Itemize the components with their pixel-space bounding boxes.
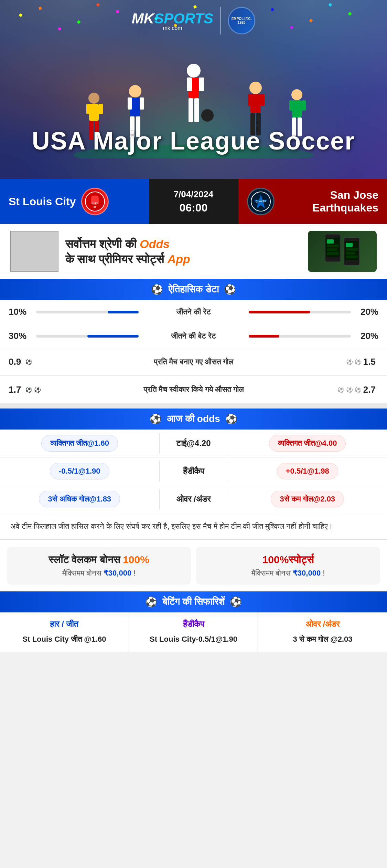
away-team-name: San Jose Earthquakes (280, 189, 379, 214)
svg-rect-40 (327, 239, 334, 244)
ball-icon-6: ⚽ (337, 386, 344, 393)
home-bet-win-fill (87, 335, 139, 338)
betting-col-handicap: हैंडीकैप St Louis City-0.5/1@1.90 (129, 612, 258, 652)
home-bet-win-rate: 30% (9, 331, 36, 341)
odds-under: 3से कम गोल@2.03 (228, 485, 387, 513)
away-goals-scored: ⚽ ⚽ 1.5 (323, 356, 378, 367)
betting-recommendations: हार / जीत St Louis City जीत @1.60 हैंडीक… (0, 612, 387, 652)
promo-app: App (168, 252, 190, 266)
slot-bonus-subtitle: मैक्सिमम बोनस ₹30,000 ! (14, 569, 184, 578)
svg-text:CITY: CITY (92, 202, 98, 205)
betting-value-handicap: St Louis City-0.5/1@1.90 (135, 634, 252, 645)
hero-title: USA Major League Soccer (0, 127, 387, 155)
away-bet-win-rate: 20% (351, 331, 378, 341)
ball-icon-4: ⚽ (25, 386, 32, 393)
analysis-section: अवे टीम फिलहाल जीत हासिल करने के लिए संघ… (0, 513, 387, 539)
odds-section: व्यक्तिगत जीत@1.60 टाई@4.20 व्यक्तिगत जी… (0, 430, 387, 513)
away-team-logo: QUAKES (247, 188, 275, 215)
slot-bonus-title: स्लॉट वेलकम बोनस 100% (14, 554, 184, 566)
odds-home-win: व्यक्तिगत जीत@1.60 (0, 430, 159, 457)
betting-col-over-under: ओवर /अंडर 3 से कम गोल @2.03 (258, 612, 387, 652)
ball-icon-5: ⚽ (34, 386, 41, 393)
svg-text:SC: SC (93, 206, 96, 208)
ball-icon-3: ⚽ (355, 359, 362, 365)
sports-bonus-card[interactable]: 100%स्पोर्ट्स मैक्सिमम बोनस ₹30,000 ! (196, 547, 380, 585)
svg-rect-49 (346, 256, 358, 258)
historical-ball-left: ⚽ (151, 284, 163, 295)
spacer-1 (0, 403, 387, 409)
betting-col-win-lose: हार / जीत St Louis City जीत @1.60 (0, 612, 129, 652)
sports-bonus-subtitle: मैक्सिमम बोनस ₹30,000 ! (203, 569, 373, 578)
stats-table: 10% जीतने की रेट 20% 30% जीतने की बेट रे… (0, 300, 387, 403)
slot-bonus-card[interactable]: स्लॉट वेलकम बोनस 100% मैक्सिमम बोनस ₹30,… (7, 547, 191, 585)
odds-row-3: 3से अधिक गोल@1.83 ओवर /अंडर 3से कम गोल@2… (0, 485, 387, 513)
home-bet-win-bar (36, 335, 139, 338)
svg-rect-42 (327, 248, 337, 251)
promo-image-placeholder (10, 231, 58, 272)
historical-ball-right: ⚽ (224, 284, 236, 295)
away-handicap-odds[interactable]: +0.5/1@1.98 (277, 463, 338, 479)
betting-title: बेटिंग की सिफारिशें (162, 596, 225, 608)
sports-bonus-title: 100%स्पोर्ट्स (203, 554, 373, 566)
odds-section-header: ⚽ आज की odds ⚽ (0, 409, 387, 430)
svg-rect-47 (346, 248, 358, 251)
svg-rect-46 (346, 243, 353, 247)
home-team-logo: CITY SC (81, 188, 109, 215)
home-goals-conceded-val: 1.7 (9, 384, 21, 395)
odds-home-handicap: -0.5/1@1.90 (0, 457, 159, 485)
betting-grid: हार / जीत St Louis City जीत @1.60 हैंडीक… (0, 612, 387, 652)
match-header: St Louis City CITY SC 7/04/2024 06:00 QU… (0, 179, 387, 224)
odds-over-under-label: ओवर /अंडर (159, 489, 228, 509)
bet-win-rate-row: 30% जीतने की बेट रेट 20% (0, 324, 387, 348)
away-team-section: QUAKES San Jose Earthquakes (238, 179, 387, 224)
betting-type-win-lose: हार / जीत (5, 619, 123, 629)
betting-section-header: ⚽ बेटिंग की सिफारिशें ⚽ (0, 591, 387, 612)
ball-icon-1: ⚽ (25, 359, 32, 365)
home-team-name: St Louis City (9, 195, 76, 208)
home-team-section: St Louis City CITY SC (0, 179, 149, 224)
home-handicap-odds[interactable]: -0.5/1@1.90 (50, 463, 109, 479)
promo-text: सर्वोत्तम श्रेणी की Odds के साथ प्रीमियर… (65, 236, 301, 267)
over-odds[interactable]: 3से अधिक गोल@1.83 (39, 491, 120, 507)
historical-title: ऐतिहासिक डेटा (168, 284, 219, 295)
svg-rect-41 (327, 245, 339, 247)
away-win-rate: 20% (351, 307, 378, 317)
home-win-rate-bar (36, 311, 139, 313)
match-time: 06:00 (180, 202, 208, 214)
away-win-rate-bar (249, 311, 351, 313)
betting-type-over-under: ओवर /अंडर (264, 619, 382, 629)
under-odds[interactable]: 3से कम गोल@2.03 (271, 491, 344, 507)
win-rate-label: जीतने की रेट (142, 308, 245, 317)
odds-ball-left: ⚽ (150, 413, 162, 425)
ball-icon-7: ⚽ (346, 386, 353, 393)
svg-rect-43 (327, 252, 339, 255)
away-bet-win-fill (249, 335, 279, 338)
win-rate-row: 10% जीतने की रेट 20% (0, 300, 387, 324)
away-goals-scored-val: 1.5 (363, 356, 376, 367)
home-win-odds[interactable]: व्यक्तिगत जीत@1.60 (41, 435, 118, 452)
odds-over: 3से अधिक गोल@1.83 (0, 485, 159, 513)
win-rate-bar-area: जीतने की रेट (36, 308, 351, 317)
away-win-odds[interactable]: व्यक्तिगत जीत@4.00 (269, 435, 346, 452)
home-win-rate: 10% (9, 307, 36, 317)
sports-bonus-pct: 100% (262, 554, 289, 565)
odds-row-1: व्यक्तिगत जीत@1.60 टाई@4.20 व्यक्तिगत जी… (0, 430, 387, 457)
promo-banner[interactable]: सर्वोत्तम श्रेणी की Odds के साथ प्रीमियर… (0, 224, 387, 279)
home-goals-scored-val: 0.9 (9, 356, 21, 367)
slot-bonus-pct: 100% (123, 554, 149, 565)
goals-conceded-label: प्रति मैच स्वीकार किये गये औसत गोल (64, 385, 323, 394)
sports-bonus-amount: ₹30,000 (293, 569, 321, 577)
svg-text:QUAKES: QUAKES (256, 200, 266, 203)
home-win-rate-fill (108, 311, 138, 313)
bet-win-rate-bar-area: जीतने की बेट रेट (36, 332, 351, 341)
ball-icon-2: ⚽ (346, 359, 353, 365)
away-goals-conceded-val: 2.7 (363, 384, 376, 395)
promo-highlight: Odds (140, 237, 170, 250)
odds-row-2: -0.5/1@1.90 हैंडीकैप +0.5/1@1.98 (0, 457, 387, 485)
away-bet-win-bar (249, 335, 351, 338)
promo-phone-graphic (308, 231, 377, 272)
goals-scored-row: 0.9 ⚽ प्रति मैच बनाए गए औसत गोल ⚽ ⚽ 1.5 (0, 348, 387, 376)
odds-ball-right: ⚽ (225, 413, 237, 425)
bonus-section: स्लॉट वेलकम बोनस 100% मैक्सिमम बोनस ₹30,… (0, 539, 387, 591)
bet-win-rate-label: जीतने की बेट रेट (142, 332, 245, 341)
